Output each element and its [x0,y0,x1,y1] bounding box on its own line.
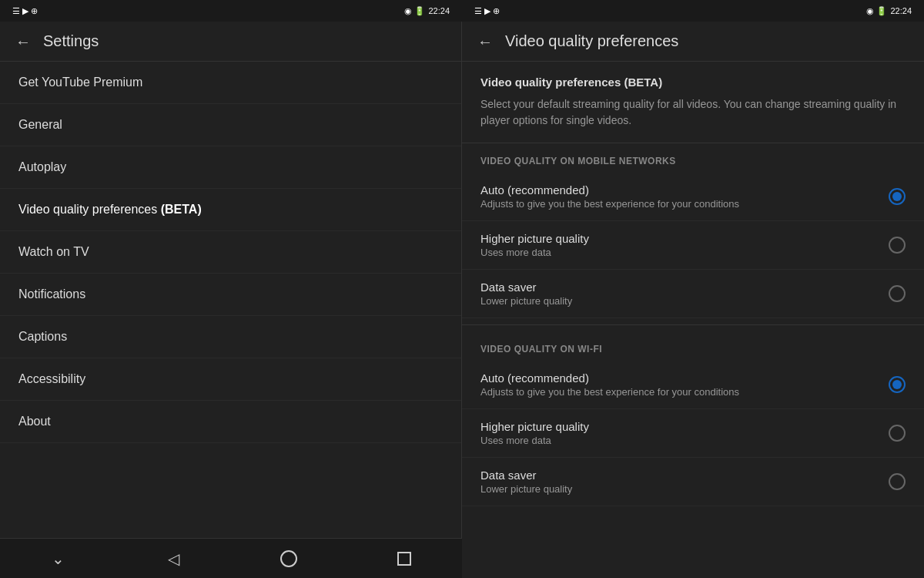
video-quality-label: Video quality preferences (BETA) [18,203,202,216]
settings-back-button[interactable]: ← [15,34,31,49]
mobile-high-title: Higher picture quality [480,232,589,245]
sidebar-item-youtube-premium[interactable]: Get YouTube Premium [0,62,461,104]
mobile-auto-subtitle: Adjusts to give you the best experience … [480,198,739,210]
mobile-saver-option[interactable]: Data saver Lower picture quality [462,270,924,318]
mobile-saver-radio[interactable] [889,285,906,302]
sidebar-item-notifications[interactable]: Notifications [0,274,461,316]
sidebar-item-general[interactable]: General [0,104,461,146]
quality-description-text: Select your default streaming quality fo… [480,96,906,129]
signal-icons-left: ☰ ▶ ⊕ [12,6,38,16]
wifi-auto-text: Auto (recommended) Adjusts to give you t… [480,371,739,398]
left-status-icons: ☰ ▶ ⊕ [12,6,38,16]
back-icon: ◁ [168,549,179,568]
youtube-premium-label: Get YouTube Premium [18,76,142,89]
mobile-saver-text: Data saver Lower picture quality [480,281,572,307]
battery-icons-right: ◉ 🔋 [866,6,887,16]
wifi-high-text: Higher picture quality Uses more data [480,420,589,446]
accessibility-label: Accessibility [18,372,85,385]
section-divider [462,324,924,325]
settings-list: Get YouTube Premium General Autoplay Vid… [0,62,461,538]
main-content: ← Settings Get YouTube Premium General A… [0,22,924,578]
nav-home-button[interactable] [231,539,346,578]
wifi-section-label: VIDEO QUALITY ON WI-FI [462,331,924,361]
quality-panel: ← Video quality preferences Video qualit… [462,22,924,578]
home-icon [280,550,297,567]
status-bar: ☰ ▶ ⊕ ◉ 🔋 22:24 ☰ ▶ ⊕ ◉ 🔋 22:24 [0,0,924,22]
wifi-high-subtitle: Uses more data [480,435,589,446]
signal-icons-right: ☰ ▶ ⊕ [474,6,500,16]
general-label: General [18,118,62,131]
mobile-auto-title: Auto (recommended) [480,183,739,197]
sidebar-item-accessibility[interactable]: Accessibility [0,358,461,401]
nav-back-button[interactable]: ◁ [116,539,231,578]
wifi-auto-option[interactable]: Auto (recommended) Adjusts to give you t… [462,361,924,409]
mobile-saver-subtitle: Lower picture quality [480,295,572,307]
time-right: 22:24 [890,6,912,15]
mobile-high-option[interactable]: Higher picture quality Uses more data [462,221,924,270]
sidebar-item-captions[interactable]: Captions [0,316,461,358]
right-status-icons: ☰ ▶ ⊕ [474,6,500,16]
mobile-high-text: Higher picture quality Uses more data [480,232,589,258]
status-bar-left: ☰ ▶ ⊕ ◉ 🔋 22:24 [0,0,462,22]
wifi-saver-text: Data saver Lower picture quality [480,469,572,495]
sidebar-item-about[interactable]: About [0,401,461,443]
quality-header: ← Video quality preferences [462,22,924,62]
settings-header: ← Settings [0,22,461,62]
wifi-high-option[interactable]: Higher picture quality Uses more data [462,409,924,458]
quality-content: Video quality preferences (BETA) Select … [462,62,924,578]
mobile-auto-radio[interactable] [889,188,906,205]
mobile-auto-text: Auto (recommended) Adjusts to give you t… [480,183,739,210]
quality-panel-title: Video quality preferences [505,32,678,50]
wifi-saver-title: Data saver [480,469,572,482]
time-left: 22:24 [428,6,450,15]
left-time-icons: ◉ 🔋 22:24 [404,6,450,16]
nav-down-button[interactable]: ⌄ [0,539,116,578]
wifi-auto-title: Auto (recommended) [480,371,739,385]
mobile-saver-title: Data saver [480,281,572,294]
wifi-high-title: Higher picture quality [480,420,589,433]
watch-on-tv-label: Watch on TV [18,245,89,258]
battery-icons-left: ◉ 🔋 [404,6,425,16]
settings-title: Settings [43,32,99,50]
quality-back-button[interactable]: ← [477,34,493,49]
mobile-high-subtitle: Uses more data [480,247,589,258]
nav-recents-button[interactable] [346,539,462,578]
sidebar-item-video-quality[interactable]: Video quality preferences (BETA) [0,189,461,231]
wifi-auto-subtitle: Adjusts to give you the best experience … [480,386,739,398]
captions-label: Captions [18,330,67,343]
chevron-down-icon: ⌄ [52,549,65,568]
wifi-auto-radio[interactable] [889,376,906,393]
mobile-high-radio[interactable] [889,237,906,254]
settings-panel: ← Settings Get YouTube Premium General A… [0,22,462,578]
notifications-label: Notifications [18,287,85,301]
mobile-section-label: VIDEO QUALITY ON MOBILE NETWORKS [462,143,924,173]
wifi-saver-option[interactable]: Data saver Lower picture quality [462,458,924,506]
android-nav-bar: ⌄ ◁ [0,538,462,578]
right-time-icons: ◉ 🔋 22:24 [866,6,912,16]
wifi-saver-radio[interactable] [889,473,906,490]
status-bar-right: ☰ ▶ ⊕ ◉ 🔋 22:24 [462,0,924,22]
autoplay-label: Autoplay [18,160,66,173]
wifi-high-radio[interactable] [889,425,906,442]
sidebar-item-autoplay[interactable]: Autoplay [0,146,461,189]
sidebar-item-watch-on-tv[interactable]: Watch on TV [0,231,461,274]
wifi-saver-subtitle: Lower picture quality [480,483,572,495]
recents-icon [397,552,411,566]
quality-description-section: Video quality preferences (BETA) Select … [462,62,924,143]
mobile-auto-option[interactable]: Auto (recommended) Adjusts to give you t… [462,173,924,221]
quality-beta-title: Video quality preferences (BETA) [480,76,906,89]
about-label: About [18,415,51,428]
